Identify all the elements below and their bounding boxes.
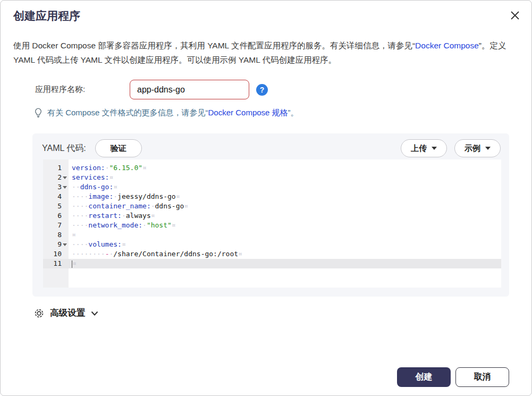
advanced-settings-label: 高级设置 bbox=[50, 307, 85, 319]
code-token: /share/Container/ddns-go:/root bbox=[113, 250, 238, 258]
code-token: always bbox=[126, 212, 151, 220]
help-icon[interactable]: ? bbox=[256, 84, 268, 96]
code-token: ¤ bbox=[238, 250, 242, 258]
dialog-title: 创建应用程序 bbox=[13, 9, 80, 23]
code-token: version: bbox=[72, 164, 105, 172]
fold-arrow-icon[interactable] bbox=[63, 176, 67, 179]
code-token: volumes: bbox=[88, 240, 122, 248]
code-token: image: bbox=[88, 192, 113, 200]
code-token: restart: bbox=[88, 212, 122, 220]
code-line: 7····network_mode:·"host"¤ bbox=[43, 221, 501, 230]
code-token: ¤ bbox=[176, 192, 180, 200]
line-number: 4 bbox=[43, 192, 69, 201]
line-number: 9 bbox=[43, 240, 69, 249]
line-number: 1 bbox=[43, 163, 69, 173]
yaml-header: YAML 代码: 验证 上传 示例 bbox=[32, 133, 509, 157]
lightbulb-icon bbox=[35, 108, 42, 118]
code-token: · bbox=[122, 212, 126, 220]
code-token: ddns-go bbox=[155, 202, 184, 210]
chevron-down-icon bbox=[485, 147, 491, 150]
code-token: services: bbox=[72, 173, 109, 181]
upload-dropdown-button[interactable]: 上传 bbox=[401, 139, 447, 157]
code-token: ddns-go: bbox=[80, 183, 114, 191]
create-button[interactable]: 创建 bbox=[397, 367, 451, 387]
validate-button[interactable]: 验证 bbox=[95, 139, 142, 157]
line-number: 2 bbox=[43, 173, 69, 182]
code-line: 10········-·/share/Container/ddns-go:/ro… bbox=[43, 249, 501, 259]
dialog-description: 使用 Docker Compose 部署多容器应用程序，其利用 YAML 文件配… bbox=[13, 38, 509, 67]
chevron-down-icon bbox=[432, 147, 437, 150]
code-token: ···· bbox=[72, 212, 88, 220]
code-line: 11¤ bbox=[43, 259, 501, 268]
docker-compose-link[interactable]: Docker Compose bbox=[415, 41, 479, 50]
fold-arrow-icon[interactable] bbox=[63, 243, 67, 246]
line-number: 7 bbox=[43, 221, 69, 230]
app-name-label: 应用程序名称: bbox=[35, 85, 130, 95]
code-token: · bbox=[142, 221, 147, 229]
line-number: 11 bbox=[43, 259, 69, 268]
example-label: 示例 bbox=[465, 144, 480, 154]
line-number: 6 bbox=[43, 211, 69, 221]
yaml-code-editor[interactable]: 1version:·"6.15.0"¤2services:¤3··ddns-go… bbox=[43, 159, 501, 288]
code-token: ···· bbox=[72, 192, 88, 200]
code-token: ¤ bbox=[72, 259, 77, 267]
tip-text-before: 有关 Compose 文件格式的更多信息，请参见“ bbox=[47, 108, 208, 117]
code-token: ···· bbox=[72, 240, 88, 248]
code-token: ¤ bbox=[113, 183, 117, 191]
line-number: 8 bbox=[43, 230, 69, 240]
code-line: 5····container_name:·ddns-go¤ bbox=[43, 201, 501, 211]
code-token: container_name: bbox=[88, 202, 150, 210]
line-number: 5 bbox=[43, 201, 69, 211]
code-token: ···· bbox=[72, 202, 88, 210]
compose-spec-link[interactable]: Docker Compose 规格 bbox=[208, 108, 288, 117]
code-token: "host" bbox=[147, 221, 172, 229]
code-token: ¤ bbox=[72, 231, 76, 239]
upload-label: 上传 bbox=[411, 144, 427, 154]
line-number: 10 bbox=[43, 249, 69, 259]
code-token: ·· bbox=[72, 183, 80, 191]
code-token: ¤ bbox=[172, 221, 176, 229]
code-token: ¤ bbox=[109, 173, 113, 181]
code-token: · bbox=[113, 192, 117, 200]
fold-arrow-icon[interactable] bbox=[63, 186, 67, 189]
code-token: ¤ bbox=[122, 240, 126, 248]
create-application-dialog: 创建应用程序 使用 Docker Compose 部署多容器应用程序，其利用 Y… bbox=[0, 0, 532, 396]
example-dropdown-button[interactable]: 示例 bbox=[454, 139, 501, 157]
code-token: jeessy/ddns-go bbox=[117, 192, 176, 200]
code-token: ¤ bbox=[184, 202, 188, 210]
code-line: 4····image:·jeessy/ddns-go¤ bbox=[43, 192, 501, 201]
code-token: network_mode: bbox=[88, 221, 142, 229]
yaml-code-label: YAML 代码: bbox=[42, 143, 86, 154]
tip-text-after: ”。 bbox=[288, 108, 299, 117]
code-token: ········ bbox=[72, 250, 105, 258]
description-text-before: 使用 Docker Compose 部署多容器应用程序，其利用 YAML 文件配… bbox=[13, 41, 415, 50]
code-line: 3··ddns-go:¤ bbox=[43, 182, 501, 192]
app-name-input[interactable] bbox=[130, 80, 249, 99]
tip-text: 有关 Compose 文件格式的更多信息，请参见“Docker Compose … bbox=[47, 108, 299, 118]
code-token: ¤ bbox=[151, 212, 155, 220]
code-line: 8¤ bbox=[43, 230, 501, 240]
chevron-down-icon bbox=[91, 311, 98, 316]
code-line: 2services:¤ bbox=[43, 173, 501, 182]
close-button[interactable] bbox=[509, 10, 521, 21]
code-token: "6.15.0" bbox=[109, 164, 142, 172]
yaml-code-lines: 1version:·"6.15.0"¤2services:¤3··ddns-go… bbox=[43, 163, 501, 268]
code-token: ¤ bbox=[142, 164, 147, 172]
advanced-settings-toggle[interactable]: 高级设置 bbox=[34, 307, 98, 319]
code-line: 6····restart:·always¤ bbox=[43, 211, 501, 221]
app-name-row: 应用程序名称: ? bbox=[35, 80, 268, 99]
cancel-button[interactable]: 取消 bbox=[455, 367, 509, 387]
close-icon bbox=[510, 11, 520, 20]
gear-icon bbox=[34, 308, 44, 318]
code-line: 1version:·"6.15.0"¤ bbox=[43, 163, 501, 173]
code-line: 9····volumes:¤ bbox=[43, 240, 501, 249]
code-token: · bbox=[151, 202, 155, 210]
yaml-section: YAML 代码: 验证 上传 示例 1version:·"6.15.0"¤2se… bbox=[32, 133, 509, 297]
line-number: 3 bbox=[43, 182, 69, 192]
code-token: ···· bbox=[72, 221, 88, 229]
compose-tip-row: 有关 Compose 文件格式的更多信息，请参见“Docker Compose … bbox=[35, 108, 299, 118]
